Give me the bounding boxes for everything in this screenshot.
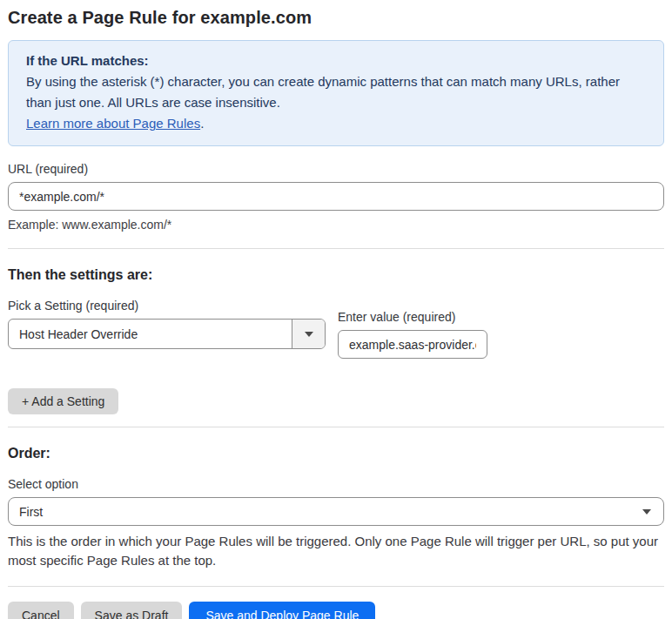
url-label: URL (required) — [8, 162, 664, 176]
order-selected-value: First — [19, 505, 642, 519]
enter-value-column: Enter value (required) — [338, 294, 487, 359]
enter-value-label: Enter value (required) — [338, 310, 487, 324]
info-box-heading: If the URL matches: — [26, 50, 646, 71]
divider — [8, 586, 664, 587]
learn-more-link[interactable]: Learn more about Page Rules — [26, 116, 200, 131]
url-matches-info-box: If the URL matches: By using the asteris… — [8, 40, 664, 146]
add-setting-button[interactable]: + Add a Setting — [8, 388, 118, 414]
caret-down-icon — [642, 509, 651, 515]
pick-setting-selected-value: Host Header Override — [9, 327, 292, 341]
save-deploy-button[interactable]: Save and Deploy Page Rule — [189, 602, 375, 619]
caret-down-button[interactable] — [292, 320, 325, 348]
cancel-button[interactable]: Cancel — [8, 602, 74, 619]
url-example-text: Example: www.example.com/* — [8, 218, 664, 232]
divider — [8, 427, 664, 427]
pick-setting-select[interactable]: Host Header Override — [8, 319, 326, 349]
info-box-link-line: Learn more about Page Rules. — [26, 113, 646, 134]
page-title: Create a Page Rule for example.com — [8, 8, 664, 28]
link-suffix: . — [200, 116, 204, 131]
order-heading: Order: — [8, 446, 664, 461]
select-option-label: Select option — [8, 477, 664, 491]
pick-setting-column: Pick a Setting (required) Host Header Ov… — [8, 283, 326, 359]
footer-button-row: Cancel Save as Draft Save and Deploy Pag… — [8, 602, 664, 619]
save-draft-button[interactable]: Save as Draft — [81, 602, 183, 619]
pick-setting-label: Pick a Setting (required) — [8, 299, 326, 313]
url-input[interactable] — [8, 182, 664, 211]
info-box-body: By using the asterisk (*) character, you… — [26, 71, 646, 113]
caret-down-icon — [305, 332, 313, 337]
order-help-text: This is the order in which your Page Rul… — [8, 532, 664, 570]
enter-value-input[interactable] — [338, 330, 487, 359]
create-page-rule-panel: Create a Page Rule for example.com If th… — [0, 8, 672, 619]
settings-heading: Then the settings are: — [8, 267, 664, 283]
setting-row: Pick a Setting (required) Host Header Ov… — [8, 283, 664, 359]
divider — [8, 248, 664, 249]
order-select[interactable]: First — [8, 497, 664, 526]
